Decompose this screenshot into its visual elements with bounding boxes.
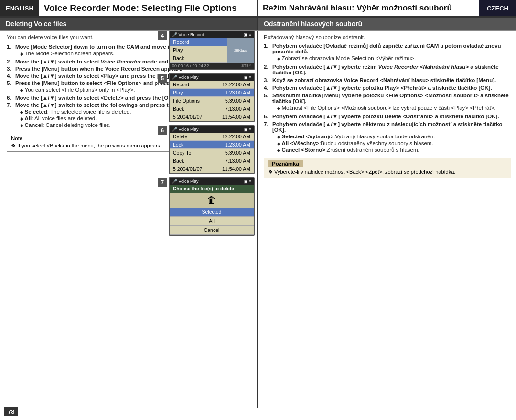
screen-6-header: 🎤 Voice Play ▣≡ xyxy=(170,126,254,133)
screen-5: 🎤 Voice Play ▣≡ Record12:22:00 AM Play1:… xyxy=(169,73,255,122)
czech-badge: CZECH xyxy=(479,0,516,16)
s6-file5: 5 2004/01/0711:54:00 AM xyxy=(170,165,254,173)
screen-6-block: 6 🎤 Voice Play ▣≡ Delete12:22:00 AM Lock… xyxy=(158,125,256,174)
s5-fileoptions: File Options5:39:00 AM xyxy=(170,97,254,105)
s6-copyto: Copy To5:39:00 AM xyxy=(170,149,254,157)
screen-5-block: 5 🎤 Voice Play ▣≡ Record12:22:00 AM Play… xyxy=(158,73,256,122)
bullet: Možnost <File Options> <Možnosti souboru… xyxy=(277,105,511,111)
screen-7-header: 🎤 Voice Play ▣≡ xyxy=(170,178,254,185)
r-step-4: 4. Pohybem ovladače [▲/▼] vyberte položk… xyxy=(264,85,511,91)
screen-6-number: 6 xyxy=(158,126,167,135)
s6-lock: Lock1:23:00 AM xyxy=(170,141,254,149)
s6-delete: Delete12:22:00 AM xyxy=(170,133,254,141)
menu-record: Record xyxy=(170,38,227,46)
screen-7-number: 7 xyxy=(158,178,167,187)
screen-4-block: 4 🎤 Voice Record ▣≡ Record Play xyxy=(158,31,256,70)
choose-cancel: Cancel xyxy=(170,226,254,235)
title-right: Režim Nahrávání hlasu: Výběr možností so… xyxy=(258,0,479,16)
s5-play: Play1:23:00 AM xyxy=(170,89,254,97)
r-step-2: 2. Pohybem ovladače [▲/▼] vyberte režim … xyxy=(264,64,511,75)
screen-5-number: 5 xyxy=(158,74,167,83)
s5-record: Record12:22:00 AM xyxy=(170,81,254,89)
choose-header: Choose the file(s) to delete xyxy=(170,185,254,193)
r-step-7: 7. Pohybem ovladače [▲/▼] vyberte někter… xyxy=(264,121,511,154)
header-right: Režim Nahrávání hlasu: Výběr možností so… xyxy=(258,0,516,16)
top-header: ENGLISH Voice Recorder Mode: Selecting F… xyxy=(0,0,516,18)
r-step-5: 5. Stisknutím tlačítka [Menu] vyberte po… xyxy=(264,93,511,112)
screen-4-header: 🎤 Voice Record ▣≡ xyxy=(170,32,254,38)
page-number: 78 xyxy=(4,407,18,416)
header-left: ENGLISH Voice Recorder Mode: Selecting F… xyxy=(0,0,258,16)
screen-4-number: 4 xyxy=(158,32,167,40)
section-title-right: Odstranění hlasových souborů xyxy=(258,18,516,30)
menu-play: Play xyxy=(170,46,227,54)
choose-all: All xyxy=(170,217,254,226)
s5-file5: 5 2004/01/0711:54:00 AM xyxy=(170,113,254,121)
screen-7-block: 7 🎤 Voice Play ▣≡ Choose the file(s) to … xyxy=(158,177,256,236)
title-left: Voice Recorder Mode: Selecting File Opti… xyxy=(39,0,242,16)
bullet: Cancel <Storno>:Zrušení odstranění soubo… xyxy=(277,147,511,153)
screen-4-footer: 00:00:16 / 00:24:32 STBY xyxy=(170,63,254,69)
screen-4-thumb: 28Kbps xyxy=(227,38,254,63)
menu-back: Back xyxy=(170,54,227,63)
choose-selected: Selected xyxy=(170,208,254,217)
section-title-left: Deleting Voice files xyxy=(0,18,258,30)
right-steps: 1. Pohybem ovladače [Ovladač režimů] dol… xyxy=(264,43,511,154)
english-badge: ENGLISH xyxy=(0,0,39,16)
r-step-6: 6. Pohybem ovladače [▲/▼] vyberte položk… xyxy=(264,114,511,119)
r-step-3: 3. Když se zobrazí obrazovka Voice Recor… xyxy=(264,77,511,83)
body-area: You can delete voice files you want. 1. … xyxy=(0,31,516,408)
r-step-1: 1. Pohybem ovladače [Ovladač režimů] dol… xyxy=(264,43,511,62)
trash-icon-area: 🗑 xyxy=(170,193,254,208)
s6-back: Back7:13:00 AM xyxy=(170,157,254,165)
screen-4: 🎤 Voice Record ▣≡ Record Play Back xyxy=(169,31,255,70)
screen-6: 🎤 Voice Play ▣≡ Delete12:22:00 AM Lock1:… xyxy=(169,125,255,174)
sub-header: Deleting Voice files Odstranění hlasovýc… xyxy=(0,18,516,31)
bullet: All <Všechny>:Budou odstraněny všechny s… xyxy=(277,140,511,146)
s5-back: Back7:13:00 AM xyxy=(170,105,254,113)
note-label-right: Poznámka xyxy=(268,160,303,167)
screen-7: 🎤 Voice Play ▣≡ Choose the file(s) to de… xyxy=(169,177,255,236)
note-box-right: Poznámka Vyberete-li v nabídce možnost <… xyxy=(264,158,511,178)
bullet: Selected <Vybraný>:Vybraný hlasový soubo… xyxy=(277,134,511,139)
page-wrapper: ENGLISH Voice Recorder Mode: Selecting F… xyxy=(0,0,516,420)
body-left: You can delete voice files you want. 1. … xyxy=(0,31,258,408)
note-content-right: Vyberete-li v nabídce možnost <Back> <Zp… xyxy=(268,169,507,175)
screens-area: 4 🎤 Voice Record ▣≡ Record Play xyxy=(158,31,256,239)
step-1-num: 1. xyxy=(7,44,13,57)
body-right: Požadovaný hlasový soubor lze odstranit.… xyxy=(258,31,516,408)
bullet: Zobrazí se obrazovka Mode Selection <Výb… xyxy=(277,55,511,61)
screen-5-header: 🎤 Voice Play ▣≡ xyxy=(170,74,254,81)
right-intro: Požadovaný hlasový soubor lze odstranit. xyxy=(264,34,511,40)
